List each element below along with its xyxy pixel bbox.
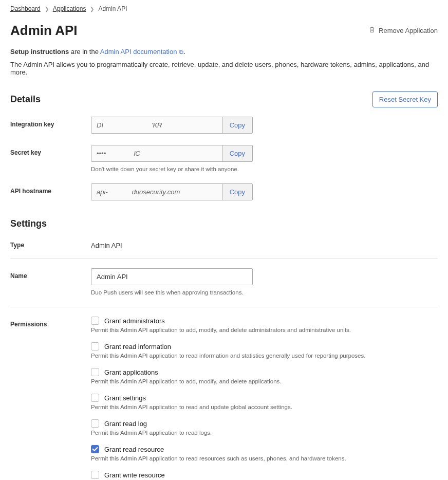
- breadcrumb-applications[interactable]: Applications: [53, 5, 86, 12]
- integration-key-input[interactable]: [91, 117, 222, 133]
- divider: [10, 307, 438, 307]
- setup-period: .: [184, 48, 186, 56]
- permission-item: Grant read logPermit this Admin API appl…: [91, 419, 438, 436]
- api-description: The Admin API allows you to programmatic…: [10, 61, 438, 76]
- permission-item: Grant write resourcePermit this Admin AP…: [91, 471, 438, 480]
- reset-secret-key-button[interactable]: Reset Secret Key: [372, 91, 438, 107]
- breadcrumb-dashboard[interactable]: Dashboard: [10, 5, 41, 12]
- breadcrumb: Dashboard ❯ Applications ❯ Admin API: [10, 5, 438, 12]
- permission-description: Permit this Admin API application to rea…: [91, 353, 438, 359]
- permission-title: Grant read information: [104, 343, 171, 350]
- permission-title: Grant settings: [104, 394, 146, 402]
- copy-integration-key-button[interactable]: Copy: [222, 117, 252, 133]
- permissions-list: Grant administratorsPermit this Admin AP…: [91, 317, 438, 480]
- details-heading: Details: [10, 94, 41, 105]
- remove-application-button[interactable]: Remove Application: [368, 26, 438, 35]
- permission-checkbox[interactable]: [91, 368, 99, 376]
- name-hint: Duo Push users will see this when approv…: [91, 289, 438, 296]
- permission-item: Grant applicationsPermit this Admin API …: [91, 368, 438, 384]
- permission-item: Grant read resourcePermit this Admin API…: [91, 445, 438, 461]
- permission-title: Grant write resource: [104, 471, 165, 479]
- chevron-right-icon: ❯: [45, 6, 49, 12]
- name-input[interactable]: [91, 268, 253, 285]
- permission-checkbox[interactable]: [91, 445, 99, 453]
- copy-api-hostname-button[interactable]: Copy: [222, 184, 252, 200]
- trash-icon: [368, 26, 376, 35]
- name-label: Name: [10, 268, 91, 280]
- permission-description: Permit this Admin API application to rea…: [91, 455, 438, 461]
- setup-instructions-rest: are in the: [69, 48, 100, 56]
- admin-api-doc-link[interactable]: Admin API documentation ⧉: [100, 48, 184, 56]
- type-label: Type: [10, 241, 91, 249]
- permission-title: Grant read log: [104, 420, 147, 428]
- permission-title: Grant applications: [104, 368, 158, 376]
- permission-checkbox[interactable]: [91, 471, 99, 479]
- settings-heading: Settings: [10, 218, 438, 229]
- permission-item: Grant read informationPermit this Admin …: [91, 342, 438, 359]
- secret-key-hint: Don't write down your secret key or shar…: [91, 166, 438, 172]
- permission-title: Grant read resource: [104, 446, 164, 453]
- permission-checkbox[interactable]: [91, 317, 99, 325]
- permission-item: Grant settingsPermit this Admin API appl…: [91, 394, 438, 410]
- secret-key-label: Secret key: [10, 145, 91, 156]
- permission-item: Grant administratorsPermit this Admin AP…: [91, 317, 438, 333]
- permission-description: Permit this Admin API application to rea…: [91, 430, 438, 436]
- chevron-right-icon: ❯: [90, 6, 94, 12]
- permission-checkbox[interactable]: [91, 394, 99, 402]
- secret-key-input[interactable]: [91, 145, 222, 161]
- breadcrumb-current: Admin API: [98, 5, 127, 12]
- permission-checkbox[interactable]: [91, 419, 99, 428]
- setup-instructions-bold: Setup instructions: [10, 48, 69, 56]
- remove-application-label: Remove Application: [379, 27, 438, 34]
- page-title: Admin API: [10, 23, 77, 39]
- setup-instructions-line: Setup instructions are in the Admin API …: [10, 48, 438, 56]
- api-hostname-label: API hostname: [10, 183, 91, 195]
- permission-checkbox[interactable]: [91, 342, 99, 350]
- external-link-icon: ⧉: [178, 49, 183, 55]
- divider: [10, 259, 438, 259]
- permission-description: Permit this Admin API application to add…: [91, 327, 438, 333]
- api-hostname-input[interactable]: [91, 184, 222, 200]
- type-value: Admin API: [91, 241, 122, 249]
- permission-description: Permit this Admin API application to rea…: [91, 404, 438, 410]
- integration-key-label: Integration key: [10, 117, 91, 128]
- permission-description: Permit this Admin API application to add…: [91, 378, 438, 384]
- permission-title: Grant administrators: [104, 317, 165, 325]
- copy-secret-key-button[interactable]: Copy: [222, 145, 252, 161]
- permissions-label: Permissions: [10, 317, 91, 328]
